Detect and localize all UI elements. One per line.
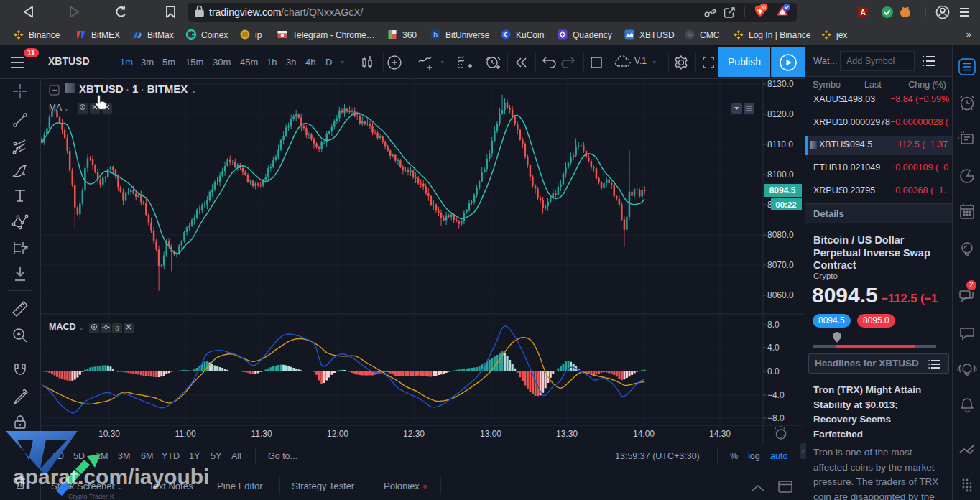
svg-text:/chart/QNxxAGcX/: /chart/QNxxAGcX/ bbox=[281, 6, 363, 18]
svg-text:31: 31 bbox=[761, 4, 767, 11]
svg-text:13:30: 13:30 bbox=[556, 429, 578, 439]
svg-text:8120.0: 8120.0 bbox=[767, 109, 794, 119]
svg-text:0.0: 0.0 bbox=[767, 366, 780, 376]
svg-text:00:22: 00:22 bbox=[775, 200, 796, 209]
svg-text:8070.0: 8070.0 bbox=[767, 260, 794, 270]
svg-text:13:00: 13:00 bbox=[480, 429, 501, 439]
svg-text:11:00: 11:00 bbox=[175, 429, 195, 439]
svg-text:12:00: 12:00 bbox=[327, 429, 348, 439]
svg-text:12:30: 12:30 bbox=[403, 429, 425, 439]
svg-text:8110.0: 8110.0 bbox=[767, 139, 793, 149]
svg-text:8100.0: 8100.0 bbox=[767, 170, 794, 180]
svg-text:11:30: 11:30 bbox=[251, 429, 272, 439]
svg-text:8080.0: 8080.0 bbox=[767, 230, 794, 240]
svg-text:14:00: 14:00 bbox=[633, 429, 655, 439]
svg-text:8094.5: 8094.5 bbox=[769, 185, 796, 195]
svg-text:−4.0: −4.0 bbox=[767, 390, 785, 400]
svg-text:8060.0: 8060.0 bbox=[767, 290, 794, 300]
svg-text:8.0: 8.0 bbox=[767, 320, 780, 330]
svg-text:8130.0: 8130.0 bbox=[767, 79, 794, 89]
svg-text:A: A bbox=[860, 9, 865, 17]
svg-text:14:30: 14:30 bbox=[709, 429, 731, 439]
svg-text:−8.0: −8.0 bbox=[767, 413, 785, 423]
svg-text:4.0: 4.0 bbox=[767, 343, 780, 353]
svg-text:tradingview.com: tradingview.com bbox=[209, 6, 281, 18]
svg-text:b: b bbox=[433, 31, 438, 39]
